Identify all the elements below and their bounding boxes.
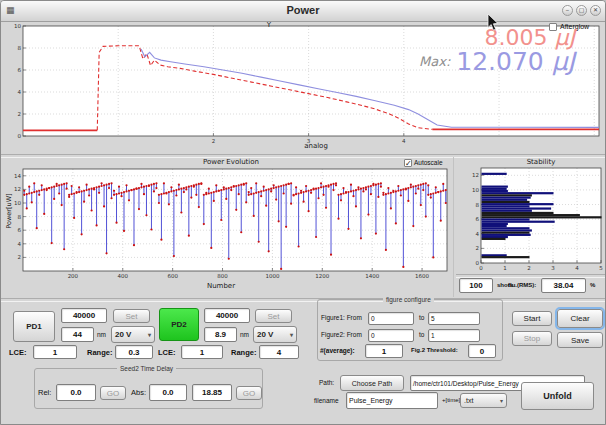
svg-text:5: 5 [599,265,603,271]
energy-readout: 8.005 μJ Max:12.070 μJ [419,27,575,74]
pd1-nm-input[interactable]: 44 [61,327,94,342]
svg-text:6: 6 [18,67,22,73]
pd2-lce-input[interactable]: 1 [181,345,223,359]
rel-go-button[interactable]: GO [100,386,126,400]
svg-text:1400: 1400 [365,273,379,279]
clear-button[interactable]: Clear [557,309,603,328]
stop-button[interactable]: Stop [512,331,552,346]
pd2-set-button[interactable]: Set [255,309,292,323]
pd1-button[interactable]: PD1 [13,311,55,342]
svg-text:2: 2 [18,111,22,117]
filename-input[interactable]: Pulse_Energy [346,392,438,409]
svg-text:1200: 1200 [315,273,329,279]
svg-text:200: 200 [68,273,79,279]
svg-text:2: 2 [212,138,216,144]
abs-input[interactable]: 0.0 [149,384,187,401]
svg-text:6: 6 [18,227,22,233]
start-button[interactable]: Start [512,311,552,326]
svg-text:1: 1 [503,265,507,271]
rms-label: flu.(RMS): [508,282,536,288]
mouse-cursor [487,14,500,32]
window-title: Power [1,4,605,16]
svg-text:2: 2 [18,254,22,260]
pd2-button[interactable]: PD2 [159,308,199,341]
svg-text:12: 12 [472,172,479,178]
autoscale-checkbox[interactable]: ✓ [404,159,412,167]
maximize-button[interactable]: ▢ [576,5,587,16]
pd2-nm-label: nm [240,331,249,338]
close-button[interactable]: ✕ [590,5,601,16]
minimize-button[interactable]: − [562,5,573,16]
extension-value: .txt [464,397,473,404]
power-evolution-xlabel: Number [181,282,261,290]
svg-text:400: 400 [118,273,129,279]
chevron-down-icon: ▾ [290,331,293,338]
pd2-range-select[interactable]: 20 V ▾ [253,326,297,343]
pd1-set-input[interactable]: 40000 [61,308,107,323]
pd1-range-value: 20 V [115,330,131,339]
figure2-range-label: Figure2: From [321,331,362,338]
average-input[interactable]: 1 [365,344,403,358]
pd2-range-label: Range: [231,348,256,357]
pd2-range-input[interactable]: 4 [259,345,299,359]
svg-text:10: 10 [472,187,479,193]
svg-text:4: 4 [18,89,22,95]
threshold-label: Fig.2 Threshold: [411,347,458,353]
svg-text:0: 0 [18,133,22,139]
abs-label: Abs: [131,388,146,397]
pd1-range-select[interactable]: 20 V ▾ [111,326,155,343]
figure1-xlabel: analog [284,142,348,150]
chevron-down-icon: ▾ [148,331,151,338]
figure1-from-input[interactable]: 0 [368,312,414,325]
percent-label: % [590,282,595,288]
stability-plot: 012345024681012 [456,156,606,274]
svg-text:6: 6 [476,216,480,222]
average-label: #(average): [320,347,355,354]
pd1-range-input[interactable]: 0.3 [115,345,153,359]
figure-configure-title: figure configure [383,296,434,303]
svg-text:12: 12 [14,186,21,192]
abs-readout[interactable]: 18.85 [192,384,232,401]
max-energy-value: Max:12.070 μJ [419,49,575,74]
titlebar[interactable]: ▦ Power − ▢ ✕ [1,1,605,22]
pd2-lce-label: LCE: [158,348,176,357]
path-label: Path: [319,379,334,386]
seed2-group-title: Seed2 Time Delay [117,365,176,372]
time-suffix-label: +[time] [442,397,460,403]
svg-text:8: 8 [18,214,22,220]
shots-input[interactable]: 100 [459,278,493,293]
mid-divider [453,157,454,297]
separator-bottom [1,298,605,302]
pd2-nm-input[interactable]: 8.9 [204,327,237,342]
rel-input[interactable]: 0.0 [56,384,96,401]
power-evolution-ylabel: Power[uW] [5,181,13,241]
choose-path-button[interactable]: Choose Path [340,375,404,391]
save-button[interactable]: Save [557,332,603,348]
figure2-from-input[interactable]: 0 [368,329,414,342]
abs-go-button[interactable]: GO [236,386,262,400]
pd1-set-button[interactable]: Set [113,309,150,323]
svg-text:4: 4 [18,241,22,247]
svg-text:3: 3 [551,265,555,271]
extension-select[interactable]: .txt ▾ [460,393,507,408]
figure2-to-input[interactable]: 1 [428,329,480,342]
pd2-range-value: 20 V [257,330,273,339]
svg-text:10: 10 [14,200,21,206]
svg-text:10: 10 [14,23,21,29]
pd2-set-input[interactable]: 40000 [204,308,250,323]
svg-text:0: 0 [479,265,483,271]
svg-text:2: 2 [476,245,480,251]
svg-text:800: 800 [217,273,228,279]
unfold-button[interactable]: Unfold [521,382,594,410]
svg-text:4: 4 [402,138,406,144]
chevron-down-icon: ▾ [500,397,503,404]
power-evolution-plot: 20040060080010001200140016002468101214 [1,156,456,297]
power-evolution-title: Power Evolution [141,158,321,166]
threshold-input[interactable]: 0 [468,344,496,358]
rel-label: Rel: [38,388,51,397]
svg-text:14: 14 [14,173,21,179]
figure1-range-label: Figure1: From [321,314,362,321]
pd1-lce-input[interactable]: 1 [33,345,77,359]
figure1-to-input[interactable]: 5 [428,312,480,325]
rms-input[interactable]: 38.04 [541,278,586,293]
